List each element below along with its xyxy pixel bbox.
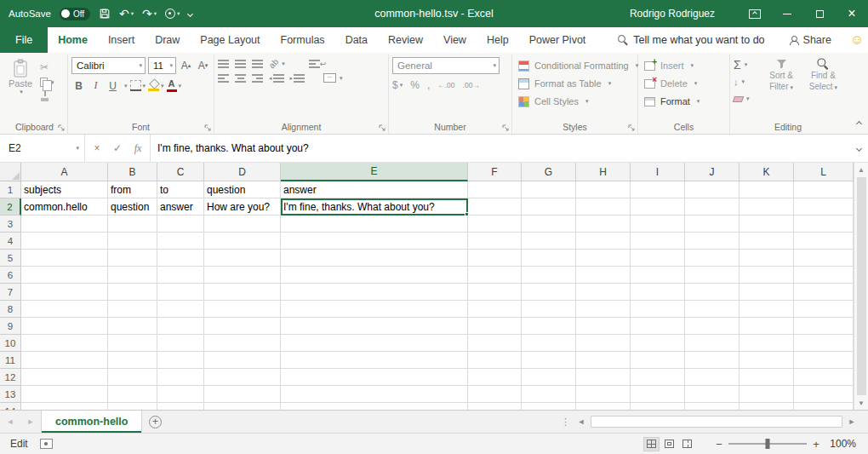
column-header-E[interactable]: E bbox=[281, 163, 468, 181]
cancel-entry-button[interactable]: × bbox=[87, 142, 107, 154]
cell-G1[interactable] bbox=[522, 181, 576, 198]
align-middle-button[interactable] bbox=[235, 60, 246, 68]
cell-J12[interactable] bbox=[685, 369, 740, 386]
cell-J9[interactable] bbox=[685, 318, 740, 335]
cell-D4[interactable] bbox=[204, 233, 281, 250]
cell-B3[interactable] bbox=[108, 216, 157, 233]
customize-quick-access-button[interactable] bbox=[188, 12, 192, 16]
row-header-7[interactable]: 7 bbox=[0, 284, 21, 301]
expand-formula-bar-button[interactable] bbox=[849, 135, 868, 162]
cell-J6[interactable] bbox=[685, 267, 740, 284]
cell-K5[interactable] bbox=[740, 250, 794, 267]
format-as-table-button[interactable]: Format as Table▾ bbox=[516, 75, 634, 92]
cell-C13[interactable] bbox=[157, 386, 204, 403]
font-name-select[interactable]: Calibri▾ bbox=[71, 57, 146, 74]
cell-I6[interactable] bbox=[631, 267, 685, 284]
cell-G4[interactable] bbox=[522, 233, 576, 250]
increase-decimal-button[interactable]: ←.00 bbox=[437, 81, 454, 89]
format-painter-button[interactable] bbox=[40, 91, 54, 101]
delete-cells-button[interactable]: Delete▾ bbox=[642, 75, 726, 92]
cell-I5[interactable] bbox=[631, 250, 685, 267]
find-select-button[interactable]: Find &Select▾ bbox=[804, 58, 842, 120]
decrease-decimal-button[interactable]: .00→ bbox=[463, 81, 480, 89]
cell-A13[interactable] bbox=[21, 386, 108, 403]
zoom-in-button[interactable]: + bbox=[808, 438, 824, 451]
column-header-C[interactable]: C bbox=[157, 163, 204, 181]
cell-L2[interactable] bbox=[794, 198, 854, 216]
tab-page-layout[interactable]: Page Layout bbox=[190, 27, 270, 53]
vertical-scrollbar-thumb[interactable] bbox=[857, 177, 866, 395]
cell-C12[interactable] bbox=[157, 369, 204, 386]
cell-C10[interactable] bbox=[157, 335, 204, 352]
row-header-1[interactable]: 1 bbox=[0, 181, 21, 198]
cell-A6[interactable] bbox=[21, 267, 108, 284]
zoom-slider-thumb[interactable] bbox=[766, 439, 770, 449]
cell-C3[interactable] bbox=[157, 216, 204, 233]
cell-J14[interactable] bbox=[685, 403, 740, 410]
column-header-A[interactable]: A bbox=[21, 163, 108, 181]
cell-B4[interactable] bbox=[108, 233, 157, 250]
cell-K8[interactable] bbox=[740, 301, 794, 318]
cell-C5[interactable] bbox=[157, 250, 204, 267]
cell-H14[interactable] bbox=[576, 403, 631, 410]
cell-D7[interactable] bbox=[204, 284, 281, 301]
cell-H9[interactable] bbox=[576, 318, 631, 335]
row-header-2[interactable]: 2 bbox=[0, 198, 21, 216]
orientation-button[interactable]: ab▾ bbox=[269, 59, 285, 68]
hscroll-left-arrow[interactable]: ◄ bbox=[574, 411, 589, 433]
autosave-toggle[interactable]: Off bbox=[60, 8, 90, 20]
bold-button[interactable]: B bbox=[71, 78, 86, 94]
merge-center-button[interactable]: ▾ bbox=[323, 73, 343, 83]
save-button[interactable] bbox=[99, 8, 111, 20]
cell-F13[interactable] bbox=[468, 386, 522, 403]
cell-L9[interactable] bbox=[794, 318, 854, 335]
cell-H8[interactable] bbox=[576, 301, 631, 318]
tab-insert[interactable]: Insert bbox=[98, 27, 145, 53]
cell-C11[interactable] bbox=[157, 352, 204, 369]
row-header-3[interactable]: 3 bbox=[0, 216, 21, 233]
enter-entry-button[interactable]: ✓ bbox=[107, 142, 128, 154]
cell-F6[interactable] bbox=[468, 267, 522, 284]
cell-G2[interactable] bbox=[522, 198, 576, 216]
italic-button[interactable]: I bbox=[89, 78, 103, 94]
cell-A1[interactable]: subjects bbox=[21, 181, 108, 198]
cell-L8[interactable] bbox=[794, 301, 854, 318]
paste-button[interactable]: Paste ▾ bbox=[5, 57, 36, 120]
cell-K9[interactable] bbox=[740, 318, 794, 335]
vertical-scrollbar[interactable]: ▲ ▼ bbox=[854, 163, 868, 410]
cell-D3[interactable] bbox=[204, 216, 281, 233]
cell-K10[interactable] bbox=[740, 335, 794, 352]
cell-C4[interactable] bbox=[157, 233, 204, 250]
caret-down-icon[interactable]: ▾ bbox=[124, 83, 128, 89]
cell-L6[interactable] bbox=[794, 267, 854, 284]
tab-splitter-handle[interactable]: ⋮ bbox=[561, 411, 570, 433]
copy-button[interactable]: ▾ bbox=[40, 78, 54, 87]
comma-style-button[interactable]: , bbox=[427, 79, 430, 91]
column-header-H[interactable]: H bbox=[576, 163, 631, 181]
cell-C1[interactable]: to bbox=[157, 181, 204, 198]
cell-G3[interactable] bbox=[522, 216, 576, 233]
cell-D10[interactable] bbox=[204, 335, 281, 352]
column-header-I[interactable]: I bbox=[631, 163, 685, 181]
close-button[interactable]: × bbox=[836, 0, 868, 27]
tab-help[interactable]: Help bbox=[477, 27, 519, 53]
formula-input[interactable]: I'm fine, thanks. What about you? bbox=[151, 135, 849, 162]
cell-J7[interactable] bbox=[685, 284, 740, 301]
tab-review[interactable]: Review bbox=[378, 27, 433, 53]
cell-K14[interactable] bbox=[740, 403, 794, 410]
cell-D9[interactable] bbox=[204, 318, 281, 335]
decrease-indent-button[interactable]: ◂ bbox=[269, 74, 284, 83]
cell-J3[interactable] bbox=[685, 216, 740, 233]
tab-data[interactable]: Data bbox=[335, 27, 378, 53]
ribbon-display-options-button[interactable] bbox=[739, 0, 771, 27]
hscroll-right-arrow[interactable]: ► bbox=[844, 411, 859, 433]
cell-B6[interactable] bbox=[108, 267, 157, 284]
cell-L13[interactable] bbox=[794, 386, 854, 403]
scroll-down-arrow[interactable]: ▼ bbox=[854, 396, 868, 410]
cell-H13[interactable] bbox=[576, 386, 631, 403]
zoom-level[interactable]: 100% bbox=[824, 438, 868, 450]
fill-handle[interactable] bbox=[465, 212, 469, 216]
column-header-B[interactable]: B bbox=[108, 163, 157, 181]
row-header-12[interactable]: 12 bbox=[0, 369, 21, 386]
cell-I7[interactable] bbox=[631, 284, 685, 301]
